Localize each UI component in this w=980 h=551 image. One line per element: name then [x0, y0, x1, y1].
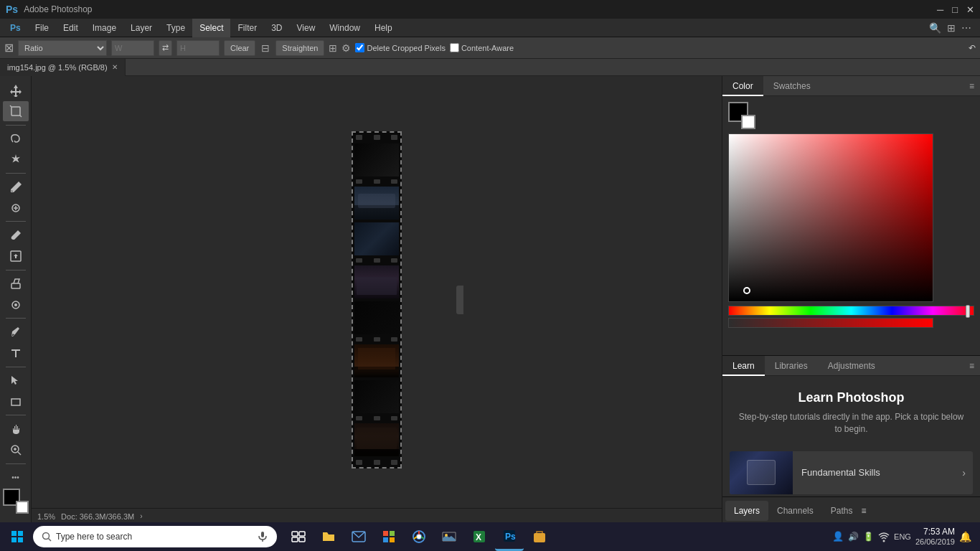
- doc-filename: img154.jpg @ 1.5% (RGB/8): [7, 63, 108, 72]
- undo-icon[interactable]: ↶: [969, 43, 976, 53]
- tool-move[interactable]: [3, 80, 29, 100]
- notification-icon[interactable]: 🔔: [959, 531, 971, 542]
- content-aware-label[interactable]: Content-Aware: [450, 43, 514, 52]
- tab-learn[interactable]: Learn: [722, 356, 765, 376]
- svg-rect-19: [18, 531, 23, 536]
- tab-adjustments[interactable]: Adjustments: [818, 356, 885, 376]
- width-input[interactable]: [111, 40, 154, 56]
- learn-tabs-bar: Learn Libraries Adjustments ≡: [722, 356, 980, 376]
- status-arrow[interactable]: ›: [140, 512, 142, 520]
- layers-panel-menu[interactable]: ≡: [861, 506, 872, 516]
- tool-crop[interactable]: [3, 177, 29, 197]
- minimize-button[interactable]: ─: [937, 4, 943, 15]
- hue-slider[interactable]: [728, 306, 974, 316]
- maximize-button[interactable]: □: [952, 4, 958, 15]
- canvas-content: [32, 76, 722, 524]
- clock-date: 26/06/2019: [915, 537, 955, 547]
- search-bar[interactable]: Type here to search: [33, 526, 277, 547]
- tab-channels[interactable]: Channels: [768, 501, 822, 521]
- taskbar-store[interactable]: [374, 522, 403, 551]
- svg-rect-31: [383, 531, 388, 536]
- taskbar-chrome[interactable]: [405, 522, 433, 551]
- tool-rectangle[interactable]: [3, 392, 29, 411]
- straighten-button[interactable]: Straighten: [275, 40, 324, 56]
- taskbar-photoshop[interactable]: Ps: [495, 522, 524, 551]
- tab-paths[interactable]: Paths: [822, 501, 862, 521]
- taskbar-photos[interactable]: [435, 522, 463, 551]
- tool-lasso[interactable]: [3, 128, 29, 148]
- doc-tab-active[interactable]: img154.jpg @ 1.5% (RGB/8) ✕: [0, 59, 126, 76]
- svg-point-37: [417, 534, 421, 539]
- background-color[interactable]: [16, 501, 29, 514]
- tab-libraries[interactable]: Libraries: [765, 356, 818, 376]
- learn-card-0[interactable]: Fundamental Skills ›: [730, 451, 973, 494]
- svg-point-22: [43, 533, 50, 540]
- start-button[interactable]: [3, 522, 32, 551]
- menu-view[interactable]: View: [290, 19, 323, 37]
- clock: 7:53 AM 26/06/2019: [915, 527, 955, 547]
- background-color-swatch[interactable]: [741, 115, 755, 129]
- tool-marquee[interactable]: [3, 101, 29, 121]
- menu-3d[interactable]: 3D: [264, 19, 289, 37]
- tab-swatches[interactable]: Swatches: [763, 76, 821, 96]
- tool-more[interactable]: •••: [3, 468, 29, 487]
- close-button[interactable]: ✕: [966, 4, 974, 15]
- tool-eraser[interactable]: [3, 274, 29, 293]
- svg-line-3: [20, 116, 22, 117]
- menu-window[interactable]: Window: [322, 19, 367, 37]
- tool-path-selection[interactable]: [3, 371, 29, 390]
- taskbar-task-view[interactable]: [284, 522, 313, 551]
- menu-image[interactable]: Image: [85, 19, 123, 37]
- content-aware-checkbox[interactable]: [450, 43, 459, 52]
- menu-layer[interactable]: Layer: [123, 19, 159, 37]
- more-icon[interactable]: ⋯: [961, 22, 971, 34]
- taskbar-explorer2[interactable]: [525, 522, 554, 551]
- tool-clone[interactable]: [3, 247, 29, 266]
- alpha-slider[interactable]: [728, 318, 933, 328]
- tab-layers[interactable]: Layers: [725, 501, 768, 521]
- tool-type[interactable]: [3, 344, 29, 363]
- menu-help[interactable]: Help: [367, 19, 400, 37]
- svg-rect-1: [11, 107, 20, 116]
- swap-button[interactable]: ⇄: [159, 40, 172, 56]
- taskbar-mail[interactable]: [344, 522, 373, 551]
- taskbar-excel[interactable]: X: [465, 522, 494, 551]
- svg-rect-18: [11, 531, 17, 536]
- language-indicator[interactable]: ENG: [894, 532, 911, 541]
- menu-file[interactable]: File: [28, 19, 56, 37]
- tool-blur[interactable]: [3, 295, 29, 314]
- volume-icon[interactable]: 🔊: [848, 532, 859, 542]
- menu-select[interactable]: Select: [192, 19, 230, 37]
- tab-color[interactable]: Color: [722, 76, 763, 96]
- delete-cropped-label[interactable]: Delete Cropped Pixels: [355, 43, 445, 52]
- grid-icon[interactable]: ⊞: [329, 42, 337, 54]
- menu-ps[interactable]: Ps: [3, 19, 28, 37]
- search-icon[interactable]: 🔍: [929, 22, 941, 34]
- menu-filter[interactable]: Filter: [230, 19, 264, 37]
- ratio-select[interactable]: Ratio W x H x Resolution: [18, 40, 107, 56]
- menu-type[interactable]: Type: [159, 19, 192, 37]
- menu-edit[interactable]: Edit: [56, 19, 85, 37]
- tool-pen[interactable]: [3, 322, 29, 342]
- film-hole: [356, 135, 362, 140]
- delete-cropped-checkbox[interactable]: [355, 43, 364, 52]
- svg-point-11: [14, 303, 17, 306]
- fg-bg-colors[interactable]: [3, 489, 29, 514]
- workspaces-icon[interactable]: ⊞: [947, 22, 956, 34]
- panel-collapse-handle[interactable]: [456, 286, 463, 314]
- color-gradient-field[interactable]: [728, 133, 933, 302]
- tool-brush[interactable]: [3, 225, 29, 245]
- left-toolbar: •••: [0, 76, 32, 524]
- learn-panel-menu[interactable]: ≡: [963, 361, 980, 371]
- doc-tab-close-button[interactable]: ✕: [112, 63, 118, 71]
- settings-icon[interactable]: ⚙: [341, 42, 351, 54]
- tool-hand[interactable]: [3, 419, 29, 438]
- tool-magic-wand[interactable]: [3, 150, 29, 169]
- height-input[interactable]: [176, 40, 220, 56]
- tool-healing[interactable]: [3, 198, 29, 217]
- taskbar-file-explorer[interactable]: [314, 522, 343, 551]
- film-hole: [374, 179, 380, 184]
- tool-zoom[interactable]: [3, 441, 29, 460]
- panel-menu-icon[interactable]: ≡: [963, 81, 980, 91]
- clear-button[interactable]: Clear: [224, 40, 255, 56]
